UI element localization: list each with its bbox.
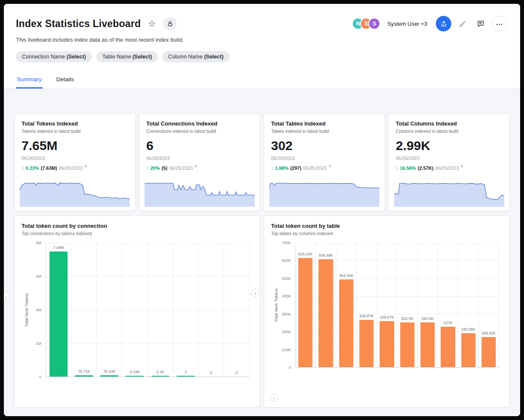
favorite-star-icon[interactable]: ☆ — [145, 17, 159, 31]
y-tick-label: 200K — [282, 330, 291, 334]
change-percent: 20% — [151, 166, 160, 171]
bar[interactable] — [400, 322, 414, 367]
bar-value-label: 0 — [235, 371, 237, 375]
trend-up-icon: ↑ — [396, 166, 398, 171]
kpi-change[interactable]: ↑ 0.23% (7.63M) 06/25/2023 › — [22, 165, 128, 171]
y-tick-label: 2M — [36, 341, 41, 346]
bar[interactable] — [151, 376, 170, 377]
filter-chip-column-name[interactable]: Column Name (Select) — [162, 51, 230, 62]
y-tick-label: 400K — [282, 294, 291, 298]
kpi-subtitle: Columns indexed in latest build — [396, 129, 502, 134]
share-icon — [440, 20, 447, 28]
chevron-right-icon: › — [329, 162, 330, 169]
bar[interactable] — [359, 320, 373, 367]
sparkline-chart — [269, 176, 379, 207]
bar[interactable] — [298, 258, 312, 367]
kpi-card-total-tokens[interactable]: Total Tokens Indexed Tokens indexed in l… — [14, 113, 136, 211]
filter-value: (Select) — [133, 54, 152, 60]
chart-title: Total token count by connection — [22, 223, 253, 229]
tab-summary[interactable]: Summary — [16, 72, 43, 89]
bar[interactable] — [319, 259, 333, 367]
chart-area: Total Num Tokens ↓ 700K600K500K400K300K2… — [271, 243, 502, 368]
chevron-right-icon: › — [85, 162, 86, 169]
bar[interactable] — [100, 375, 118, 377]
comment-icon — [477, 20, 485, 28]
bar-column: 258.67K — [377, 243, 397, 367]
bar[interactable] — [420, 322, 435, 367]
y-tick-label: 8M — [36, 241, 41, 245]
filter-chip-table-name[interactable]: Table Name (Select) — [96, 51, 158, 62]
kpi-title: Total Connections Indexed — [146, 120, 253, 127]
kpi-row: Total Tokens Indexed Tokens indexed in l… — [14, 113, 510, 211]
avatar[interactable]: S — [368, 18, 380, 30]
y-axis-ticks: 700K600K500K400K300K200K100K0 — [276, 243, 294, 368]
bar[interactable] — [441, 327, 455, 367]
kpi-card-total-connections[interactable]: Total Connections Indexed Connections in… — [139, 113, 260, 211]
y-tick-label: 6M — [36, 274, 41, 279]
kpi-change[interactable]: ↑ 1.68% (297) 06/25/2023 › — [271, 165, 378, 171]
filter-row: Connection Name (Select) Table Name (Sel… — [16, 51, 507, 62]
bar-column: 615.22K — [296, 243, 316, 367]
chart-title: Total token count by table — [271, 223, 502, 229]
y-axis-settings-icon[interactable]: ↓ — [4, 292, 10, 300]
bar[interactable] — [461, 333, 475, 367]
change-percent: 16.56% — [400, 166, 416, 171]
bar-column: 169.92K — [479, 243, 499, 367]
kpi-value: 302 — [271, 138, 378, 153]
y-axis-ticks: 8M6M4M2M0 — [27, 243, 45, 377]
tab-details[interactable]: Details — [55, 72, 75, 88]
comment-button[interactable] — [474, 17, 487, 31]
bar-column: 0 — [224, 243, 250, 377]
bar-value-label: 2.1K — [156, 370, 164, 374]
pencil-icon — [459, 20, 467, 28]
shared-users-label[interactable]: System User +3 — [387, 21, 427, 27]
kpi-date: 06/26/2023 — [396, 156, 502, 161]
bar-column: 7.49M — [46, 243, 71, 377]
sparkline-chart — [145, 176, 255, 207]
filter-value: (Select) — [67, 54, 86, 60]
bar[interactable] — [126, 376, 144, 377]
kpi-value: 2.99K — [396, 138, 502, 153]
chart-card-token-count-by-table[interactable]: Total token count by table Top tables by… — [264, 215, 510, 408]
bar[interactable] — [49, 251, 68, 377]
y-tick-label: 100K — [282, 348, 291, 352]
chevron-right-icon: › — [461, 162, 463, 169]
kpi-change[interactable]: ↑ 16.56% (2.57K) 06/25/2023 › — [396, 165, 502, 171]
bar-column: 5.19K — [122, 243, 148, 377]
kpi-card-total-columns[interactable]: Total Columns Indexed Columns indexed in… — [388, 113, 510, 211]
more-options-button[interactable]: ... — [492, 16, 507, 31]
chart-subtitle: Top connections by tokens indexed — [22, 231, 253, 236]
bar-value-label: 615.22K — [298, 252, 313, 256]
bar-chart-plot: 7.49M76.71K76.43K5.19K2.1K200 — [46, 243, 250, 377]
filter-name: Column Name — [168, 54, 203, 60]
change-date: 06/25/2023 — [303, 166, 327, 171]
edit-pencil-button[interactable] — [456, 17, 469, 31]
shared-users-avatars[interactable]: N S S — [352, 18, 380, 30]
chart-card-token-count-by-connection[interactable]: Total token count by connection Top conn… — [14, 215, 260, 408]
share-button[interactable] — [436, 16, 451, 31]
filter-chip-connection-name[interactable]: Connection Name (Select) — [16, 51, 92, 62]
bar[interactable] — [481, 337, 496, 367]
bar-column: 608.48K — [316, 243, 336, 367]
kpi-subtitle: Connections indexed in latest build — [146, 129, 253, 134]
bar-column: 2 — [173, 243, 199, 377]
x-axis-settings-icon[interactable]: ↓ — [270, 394, 278, 402]
change-date: 06/25/2023 — [435, 166, 459, 171]
bar-column: 0 — [199, 243, 224, 377]
filter-value: (Select) — [204, 54, 223, 60]
bar[interactable] — [339, 279, 353, 367]
kpi-change[interactable]: ↑ 20% (5) 06/25/2023 › — [146, 165, 253, 171]
y-tick-label: 0 — [39, 375, 41, 379]
kpi-card-total-tables[interactable]: Total Tables Indexed Tables indexed in l… — [264, 113, 385, 211]
y-tick-label: 500K — [282, 276, 291, 281]
bar-value-label: 169.92K — [481, 331, 496, 335]
kpi-date: 06/26/2023 — [146, 156, 253, 161]
bar[interactable] — [380, 321, 394, 367]
kpi-value: 7.65M — [22, 138, 128, 153]
trend-up-icon: ↑ — [271, 166, 274, 171]
liveboard-header: Index Statistics Liveboard ☆ N S S Syste… — [4, 4, 520, 62]
bar[interactable] — [75, 375, 93, 377]
bar-value-label: 252.5K — [401, 316, 413, 321]
bar[interactable] — [177, 376, 195, 377]
title-row: Index Statistics Liveboard ☆ N S S Syste… — [16, 16, 507, 31]
